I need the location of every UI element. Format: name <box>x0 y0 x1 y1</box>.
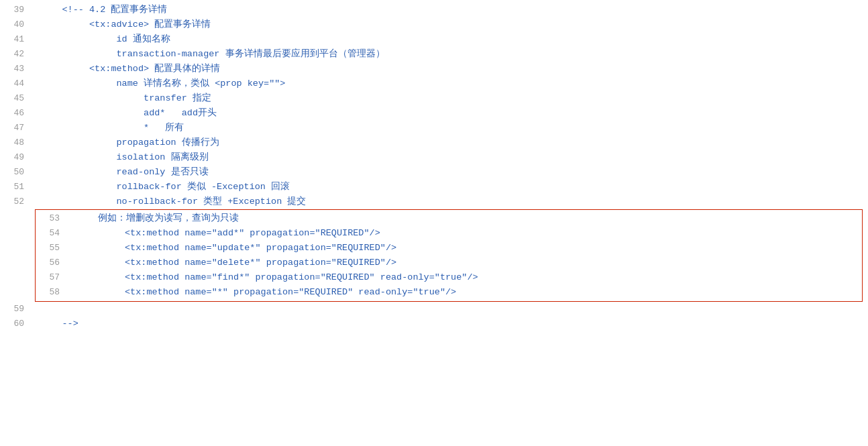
line-num-54: 54 <box>36 226 70 241</box>
line-num-53: 53 <box>36 211 70 226</box>
line-content-49: isolation 隔离级别 <box>35 150 868 165</box>
code-line-49: 49 isolation 隔离级别 <box>0 150 868 165</box>
code-line-39: 39 <!-- 4.2 配置事务详情 <box>0 3 868 17</box>
code-editor: 39 <!-- 4.2 配置事务详情 40 <tx:advice> 配置事务详情… <box>0 0 868 446</box>
line-content-58: <tx:method name="*" propagation="REQUIRE… <box>70 285 862 300</box>
line-content-50: read-only 是否只读 <box>35 165 868 180</box>
line-num-60: 60 <box>0 317 35 331</box>
line-content-56: <tx:method name="delete*" propagation="R… <box>70 256 862 270</box>
highlighted-section: 53 例如：增删改为读写，查询为只读 54 <tx:method name="a… <box>0 209 868 302</box>
line-num-42: 42 <box>0 47 35 62</box>
line-num-57: 57 <box>36 270 70 285</box>
line-content-41: id 通知名称 <box>35 32 868 47</box>
line-content-45: transfer 指定 <box>35 91 868 106</box>
code-line-52: 52 no-rollback-for 类型 +Exception 提交 <box>0 194 868 209</box>
code-line-60: 60 --> <box>0 317 868 331</box>
line-content-40: <tx:advice> 配置事务详情 <box>35 17 868 32</box>
code-line-56: 56 <tx:method name="delete*" propagation… <box>36 256 862 270</box>
line-num-40: 40 <box>0 17 35 32</box>
line-num-51: 51 <box>0 180 35 194</box>
line-content-44: name 详情名称，类似 <prop key=""> <box>35 76 868 91</box>
line-num-47: 47 <box>0 121 35 135</box>
line-content-60: --> <box>35 317 868 331</box>
line-content-47: * 所有 <box>35 121 868 135</box>
code-line-47: 47 * 所有 <box>0 121 868 135</box>
code-line-54: 54 <tx:method name="add*" propagation="R… <box>36 226 862 241</box>
code-line-46: 46 add* add开头 <box>0 106 868 121</box>
line-content-51: rollback-for 类似 -Exception 回滚 <box>35 180 868 194</box>
code-line-40: 40 <tx:advice> 配置事务详情 <box>0 17 868 32</box>
line-numbers-spacer <box>0 209 35 302</box>
highlighted-block: 53 例如：增删改为读写，查询为只读 54 <tx:method name="a… <box>35 209 863 302</box>
code-line-42: 42 transaction-manager 事务详情最后要应用到平台（管理器） <box>0 47 868 62</box>
line-content-43: <tx:method> 配置具体的详情 <box>35 62 868 76</box>
line-content-55: <tx:method name="update*" propagation="R… <box>70 241 862 256</box>
line-content-42: transaction-manager 事务详情最后要应用到平台（管理器） <box>35 47 868 62</box>
code-line-50: 50 read-only 是否只读 <box>0 165 868 180</box>
code-line-55: 55 <tx:method name="update*" propagation… <box>36 241 862 256</box>
code-line-41: 41 id 通知名称 <box>0 32 868 47</box>
line-num-44: 44 <box>0 76 35 91</box>
line-num-46: 46 <box>0 106 35 121</box>
line-content-57: <tx:method name="find*" propagation="REQ… <box>70 270 862 285</box>
line-num-45: 45 <box>0 91 35 106</box>
code-line-43: 43 <tx:method> 配置具体的详情 <box>0 62 868 76</box>
line-content-53: 例如：增删改为读写，查询为只读 <box>70 211 862 226</box>
line-num-43: 43 <box>0 62 35 76</box>
line-content-52: no-rollback-for 类型 +Exception 提交 <box>35 194 868 209</box>
line-num-49: 49 <box>0 150 35 165</box>
line-num-41: 41 <box>0 32 35 47</box>
line-num-52: 52 <box>0 194 35 209</box>
code-line-58: 58 <tx:method name="*" propagation="REQU… <box>36 285 862 300</box>
code-line-59: 59 <box>0 302 868 317</box>
line-num-39: 39 <box>0 3 35 17</box>
line-content-46: add* add开头 <box>35 106 868 121</box>
line-num-50: 50 <box>0 165 35 180</box>
code-line-48: 48 propagation 传播行为 <box>0 135 868 150</box>
code-line-45: 45 transfer 指定 <box>0 91 868 106</box>
line-num-56: 56 <box>36 256 70 270</box>
line-num-48: 48 <box>0 135 35 150</box>
code-line-57: 57 <tx:method name="find*" propagation="… <box>36 270 862 285</box>
line-content-39: <!-- 4.2 配置事务详情 <box>35 3 868 17</box>
line-num-59: 59 <box>0 302 35 317</box>
line-num-58: 58 <box>36 285 70 300</box>
code-line-51: 51 rollback-for 类似 -Exception 回滚 <box>0 180 868 194</box>
line-content-54: <tx:method name="add*" propagation="REQU… <box>70 226 862 241</box>
line-num-55: 55 <box>36 241 70 256</box>
code-line-44: 44 name 详情名称，类似 <prop key=""> <box>0 76 868 91</box>
line-content-48: propagation 传播行为 <box>35 135 868 150</box>
code-line-53: 53 例如：增删改为读写，查询为只读 <box>36 211 862 226</box>
